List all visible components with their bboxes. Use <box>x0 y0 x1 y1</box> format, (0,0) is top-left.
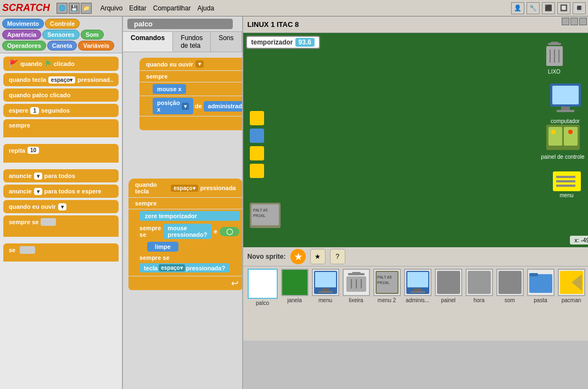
novo-sprite-label: Novo sprite: <box>248 253 286 260</box>
sprite-item-hora[interactable]: hora <box>466 269 493 303</box>
hat-ouvir[interactable]: quando eu ouvir ▾ <box>139 58 242 70</box>
icon-btn-5[interactable]: 🔳 <box>573 2 586 14</box>
svg-rect-18 <box>556 185 575 187</box>
hat-tecla[interactable]: quando tecla espaço▾ pressionada <box>128 179 242 197</box>
bottom-panel-svg: PALT A5 PR1NL <box>249 202 282 229</box>
repeat-input[interactable]: 10 <box>27 147 39 154</box>
sprite-item-pacman[interactable]: pacman <box>558 269 585 303</box>
sprite-item-menu2[interactable]: PALT A5 PR1NL menu 2 <box>373 269 401 303</box>
sidebar: Movimento Controle Aparência Sensores So… <box>0 16 123 389</box>
block-when-hear[interactable]: quando eu ouvir ▾ <box>3 200 119 213</box>
cat-operadores[interactable]: Operadores <box>2 41 46 51</box>
svg-rect-8 <box>561 107 570 110</box>
menu-ajuda[interactable]: Ajuda <box>197 4 214 12</box>
icon-btn-1[interactable]: 👤 <box>511 2 524 14</box>
sprite-add-paint-btn[interactable]: ★ <box>290 249 306 264</box>
cat-movimento[interactable]: Movimento <box>2 19 44 29</box>
block-forever-if[interactable]: sempre se <box>3 215 119 237</box>
cat-sensores[interactable]: Sensores <box>42 30 80 40</box>
sprite-thumb-pacman <box>558 269 585 296</box>
sprite-item-lixeira[interactable]: lixeira <box>343 269 370 303</box>
sb-mouse-pressionado[interactable]: mouse pressionado? <box>163 224 211 239</box>
sprite-add-file-btn[interactable]: ★ <box>310 249 326 264</box>
sb-sempre-se-tecla-row: sempre se tecla espaço▾ pressionada? <box>139 253 239 274</box>
icon-btn-4[interactable]: 🔲 <box>557 2 570 14</box>
win-btn-1[interactable] <box>562 18 569 25</box>
cat-som[interactable]: Som <box>81 30 104 40</box>
tecla2-dropdown[interactable]: espaço▾ <box>159 264 184 271</box>
folder-icon[interactable]: 📁 <box>81 3 92 14</box>
block-stage-clicked[interactable]: quando palco clicado <box>3 88 119 102</box>
cat-aparencia[interactable]: Aparência <box>2 30 41 40</box>
sb-e-block[interactable]: ◯ <box>220 227 239 236</box>
sprite-computador-stage: computador <box>549 82 582 124</box>
sb-group-2: quando tecla espaço▾ pressionada sempre … <box>128 179 242 290</box>
sprite-item-palco[interactable]: palco <box>248 269 278 306</box>
sprite-label-som: som <box>505 297 515 303</box>
win-btn-2[interactable] <box>570 18 578 25</box>
sb-zere[interactable]: zere temporizador <box>139 211 239 221</box>
sb-posicao-x[interactable]: posição x ▾ <box>153 98 193 114</box>
block-key-press[interactable]: quando tecla espaço▾ pressionad.. <box>3 73 119 86</box>
broadcast-dropdown[interactable]: ▾ <box>34 173 42 180</box>
tab-fundos[interactable]: Fundos de tela <box>173 32 211 52</box>
script-title-input[interactable] <box>127 19 233 29</box>
sb-mouse-x[interactable]: mouse x <box>153 84 186 94</box>
stage-title: LINUX 1 ITAC 8 <box>248 20 299 29</box>
cat-variaveis[interactable]: Variáveis <box>78 41 114 51</box>
sprite-item-adminis[interactable]: adminis... <box>404 269 432 303</box>
sprite-item-som[interactable]: som <box>496 269 524 303</box>
sprite-item-painel[interactable]: painel <box>435 269 462 303</box>
sb-sempre-1[interactable]: sempre <box>139 71 242 82</box>
menu-arquivo[interactable]: Arquivo <box>100 4 123 12</box>
icon-btn-2[interactable]: 🔧 <box>527 2 540 14</box>
svg-rect-48 <box>499 271 522 294</box>
sprite-item-menu[interactable]: menu <box>312 269 339 303</box>
block-flag-clicked[interactable]: 🚩 quando ⚑ clicado <box>3 57 119 71</box>
sprite-bottom-panel: PALT A5 PR1NL <box>249 202 282 231</box>
menu-icons: 🌐 💾 📁 <box>57 3 92 14</box>
sb-sempre-2[interactable]: sempre <box>128 198 242 209</box>
icon-btn-3[interactable]: ⬛ <box>542 2 555 14</box>
svg-rect-22 <box>250 164 264 178</box>
sprite-add-random-btn[interactable]: ? <box>330 249 345 264</box>
sprite-item-janela[interactable]: janela <box>281 269 309 303</box>
posicao-dropdown[interactable]: ▾ <box>182 103 189 110</box>
tab-comandos[interactable]: Comandos <box>123 32 173 52</box>
tab-sons[interactable]: Sons <box>211 32 242 52</box>
block-repeat[interactable]: repita 10 <box>3 144 119 163</box>
save-icon[interactable]: 💾 <box>69 3 80 14</box>
main-layout: Movimento Controle Aparência Sensores So… <box>0 16 588 389</box>
svg-text:PR1NL: PR1NL <box>377 281 390 285</box>
sb-administrador[interactable]: administrador ▾ <box>204 101 242 112</box>
win-btn-3[interactable] <box>579 18 587 25</box>
block-broadcast[interactable]: anuncie ▾ para todos <box>3 169 119 182</box>
left-icons-svg <box>249 110 265 198</box>
sb-group-1: quando eu ouvir ▾ sempre mouse x posição… <box>139 58 242 130</box>
hear-dropdown[interactable]: ▾ <box>58 203 66 210</box>
svg-rect-30 <box>322 288 329 291</box>
sb-limpe[interactable]: limpe <box>147 242 178 252</box>
globe-icon[interactable]: 🌐 <box>57 3 68 14</box>
sprite-left-icons <box>249 110 265 199</box>
menu-compartilhar[interactable]: Compartilhar <box>153 4 191 12</box>
tecla-dropdown[interactable]: espaço▾ <box>171 185 198 192</box>
sprite-item-pasta[interactable]: pasta <box>527 269 555 303</box>
wait-input[interactable]: 1 <box>30 107 39 114</box>
sb-inner-group: zere temporizador sempre se mouse pressi… <box>128 209 242 276</box>
svg-text:PR1NL: PR1NL <box>253 214 266 218</box>
sprite-thumb-menu <box>312 269 339 296</box>
ouvir-dropdown[interactable]: ▾ <box>195 60 204 68</box>
block-always[interactable]: sempre <box>3 119 119 137</box>
cat-controle[interactable]: Controle <box>45 19 80 29</box>
key-dropdown[interactable]: espaço▾ <box>48 76 75 84</box>
cat-caneta[interactable]: Caneta <box>47 41 77 51</box>
broadcast-wait-dropdown[interactable]: ▾ <box>34 188 42 195</box>
sb-tecla-cond[interactable]: tecla espaço▾ pressionada? <box>139 263 229 273</box>
block-wait[interactable]: espere 1 segundos <box>3 104 119 117</box>
block-broadcast-wait[interactable]: anuncie ▾ para todos e espere <box>3 185 119 198</box>
menu-editar[interactable]: Editar <box>129 4 146 12</box>
block-if[interactable]: se <box>3 243 119 262</box>
sb-posicao-row: posição x ▾ de administrador ▾ <box>153 98 242 114</box>
top-icons: 👤 🔧 ⬛ 🔲 🔳 <box>511 2 586 14</box>
